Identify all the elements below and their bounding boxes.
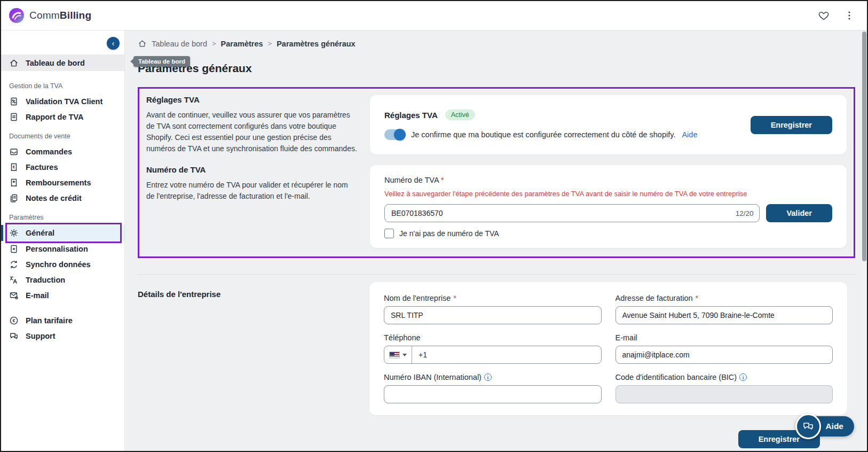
bic-input [616, 385, 833, 403]
validate-vat-button[interactable]: Valider [766, 204, 832, 222]
favorite-heart-icon[interactable] [818, 10, 830, 21]
company-details-card: Nom de l'entreprise* Adresse de facturat… [369, 282, 847, 415]
breadcrumb: Tableau de bord > Paramètres > Paramètre… [138, 39, 861, 48]
vat-number-input[interactable] [384, 204, 760, 222]
shopify-help-link[interactable]: Aide [682, 130, 697, 139]
country-select[interactable] [384, 346, 412, 363]
sidebar-item-label: Tableau de bord [26, 59, 85, 67]
caret-down-icon [403, 354, 407, 356]
sidebar-item-email[interactable]: E-mail [1, 287, 124, 303]
sidebar-section-title: Paramètres [1, 206, 124, 225]
company-name-input[interactable] [384, 306, 602, 324]
topbar: CommBilling [1, 1, 867, 30]
tooltip-label: Tableau de bord [138, 58, 185, 65]
sidebar-item-commandes[interactable]: Commandes [1, 144, 124, 159]
support-chat-icon [9, 331, 19, 341]
email-input[interactable] [616, 346, 833, 364]
billing-address-label: Adresse de facturation* [616, 294, 833, 302]
page-title: Paramètres généraux [138, 62, 861, 75]
sidebar-item-notes-de-credit[interactable]: Notes de crédit [1, 190, 124, 206]
reglages-card-title: Réglages TVA [384, 111, 438, 120]
breadcrumb-parametres-link[interactable]: Paramètres [221, 40, 263, 48]
no-vat-label: Je n'ai pas de numéro de TVA [399, 229, 499, 238]
sidebar-item-label: Commandes [26, 147, 72, 156]
us-flag-icon [389, 352, 400, 359]
sidebar-item-support[interactable]: Support [1, 328, 124, 344]
floating-help-widget: Aide [795, 414, 854, 439]
iban-input[interactable] [384, 385, 602, 403]
vat-validation-icon [9, 97, 19, 106]
company-name-label: Nom de l'entreprise* [384, 294, 602, 302]
section-divider [138, 274, 855, 275]
sidebar-section-title: Gestion de la TVA [1, 74, 124, 93]
no-vat-checkbox[interactable] [384, 229, 394, 238]
company-details-section: Détails de l'entreprise Nom de l'entrepr… [138, 282, 861, 448]
vertical-scrollbar[interactable] [862, 31, 867, 451]
sidebar-item-synchro-donnees[interactable]: Synchro données [1, 256, 124, 272]
chevron-left-icon: ‹ [112, 38, 115, 48]
email-icon [9, 291, 19, 300]
refund-icon [9, 178, 19, 188]
breadcrumb-separator: > [212, 40, 216, 48]
sidebar-item-factures[interactable]: € Factures [1, 159, 124, 175]
sidebar-item-label: Factures [26, 163, 58, 172]
required-mark: * [696, 294, 699, 302]
sidebar-item-remboursements[interactable]: Remboursements [1, 175, 124, 190]
bic-info-icon[interactable] [739, 373, 747, 381]
required-mark: * [453, 294, 456, 302]
breadcrumb-dashboard-link[interactable]: Tableau de bord [152, 40, 207, 48]
commbilling-logo-icon [9, 7, 25, 24]
sidebar-item-label: E-mail [26, 291, 49, 300]
numero-tva-description-block: Numéro de TVA Entrez votre numéro de TVA… [146, 165, 357, 248]
kebab-menu-icon[interactable] [843, 10, 855, 21]
required-mark: * [441, 176, 444, 184]
sidebar-item-label: Validation TVA Client [26, 97, 102, 106]
phone-input[interactable] [412, 350, 601, 359]
sidebar-item-rapport-tva[interactable]: Rapport de TVA [1, 109, 124, 124]
sidebar-section-title: Documents de vente [1, 124, 124, 144]
sidebar-tooltip: Tableau de bord [133, 56, 190, 67]
pricing-euro-icon: € [9, 316, 19, 325]
svg-text:€: € [13, 164, 15, 169]
numero-tva-card: Numéro de TVA * Veillez à sauvegarder l'… [370, 165, 847, 248]
sidebar-item-label: Traduction [26, 276, 65, 284]
save-tva-settings-button[interactable]: Enregistrer [751, 116, 832, 134]
reglages-tva-description: Avant de continuer, veuillez vous assure… [146, 110, 357, 154]
report-document-icon [9, 112, 19, 122]
phone-label: Téléphone [384, 333, 602, 342]
shopify-confirm-label: Je confirme que ma boutique est configur… [411, 130, 675, 139]
brand: CommBilling [9, 7, 91, 24]
breadcrumb-home-icon[interactable] [138, 39, 147, 48]
home-icon [9, 58, 19, 68]
svg-text:€: € [12, 318, 15, 323]
sync-icon [9, 260, 19, 269]
sidebar-item-label: Personnalisation [26, 245, 88, 253]
sidebar-item-personnalisation[interactable]: Personnalisation [1, 241, 124, 256]
billing-address-input[interactable] [616, 306, 833, 324]
brand-name: CommBilling [29, 10, 91, 21]
sidebar-collapse-button[interactable]: ‹ [107, 37, 120, 50]
sidebar-item-traduction[interactable]: Traduction [1, 272, 124, 287]
bic-label: Code d'identification bancaire (BIC) [616, 373, 833, 381]
translate-icon [9, 275, 19, 285]
phone-input-group [384, 346, 602, 364]
sidebar-item-label: Support [26, 332, 56, 340]
customize-document-icon [9, 244, 19, 254]
breadcrumb-separator: > [268, 40, 272, 48]
sidebar-item-validation-tva-client[interactable]: Validation TVA Client [1, 93, 124, 109]
sidebar-item-dashboard[interactable]: Tableau de bord [1, 54, 124, 71]
tva-annotation-box: Réglages TVA Avant de continuer, veuille… [138, 87, 855, 258]
char-counter: 12/20 [736, 209, 754, 217]
email-label: E-mail [616, 333, 833, 342]
sidebar-item-plan-tarifaire[interactable]: € Plan tarifaire [1, 313, 124, 328]
chat-bubbles-icon [802, 420, 815, 433]
no-vat-checkbox-row[interactable]: Je n'ai pas de numéro de TVA [384, 229, 832, 238]
iban-info-icon[interactable] [484, 373, 492, 381]
gear-icon [9, 228, 19, 238]
sidebar-item-label: Général [26, 229, 54, 237]
shopify-confirm-toggle[interactable] [384, 129, 405, 140]
sidebar-item-general[interactable]: Général [1, 225, 124, 241]
sidebar-item-label: Rapport de TVA [26, 113, 83, 121]
scrollbar-thumb[interactable] [862, 32, 866, 261]
credit-notes-icon [9, 193, 19, 203]
